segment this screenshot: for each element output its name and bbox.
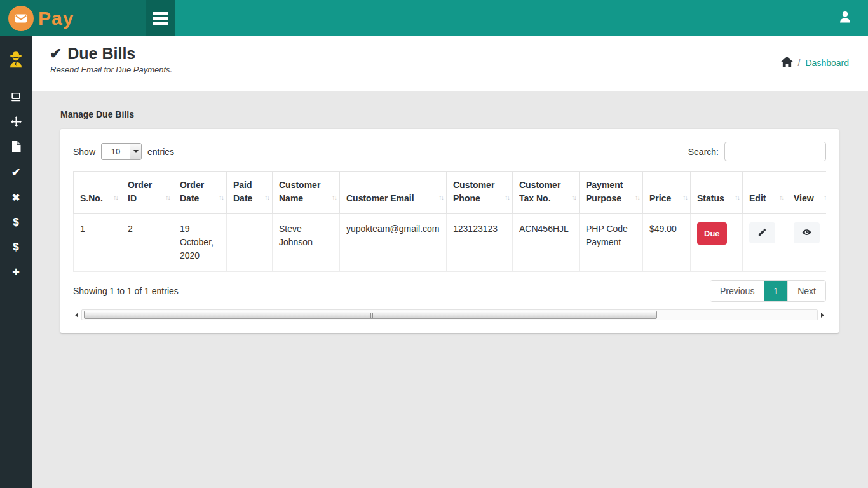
table-footer: Showing 1 to 1 of 1 entries Previous 1 N… [73, 280, 826, 302]
file-icon [11, 141, 21, 155]
entries-label: entries [147, 147, 174, 157]
dollar-icon: $ [13, 217, 18, 227]
user-menu-button[interactable] [837, 0, 868, 36]
times-icon: ✖ [12, 193, 20, 202]
page-header: ✔ Due Bills Resend Email for Due Payment… [32, 36, 868, 91]
app-header: Pay [0, 0, 868, 36]
column-header-customer-name[interactable]: Customer Name↑↓ [273, 172, 340, 214]
chevron-down-icon [133, 150, 139, 153]
sidebar-item-paid-bills[interactable]: ✔ [0, 160, 32, 185]
horizontal-scrollbar[interactable] [73, 309, 826, 320]
sidebar-item-due-bills[interactable]: ✖ [0, 185, 32, 210]
brand-name: Pay [38, 8, 74, 29]
sort-icon: ↑↓ [635, 191, 639, 204]
user-secret-icon [7, 51, 25, 71]
sort-icon: ↑↓ [165, 191, 170, 204]
cell-payment-purpose: PHP Code Payment [580, 214, 643, 272]
cell-price: $49.00 [643, 214, 691, 272]
breadcrumb-dashboard-link[interactable]: Dashboard [806, 58, 850, 68]
sort-icon: ↑↓ [735, 191, 739, 204]
cell-customer-name: Steve Johnson [273, 214, 340, 272]
column-header-view[interactable]: View↑↓ [787, 172, 827, 214]
entries-info: Showing 1 to 1 of 1 entries [73, 286, 179, 296]
sort-icon: ↑↓ [824, 191, 826, 204]
column-header-payment-purpose[interactable]: Payment Purpose↑↓ [580, 172, 643, 214]
page-length-value: 10 [102, 144, 130, 159]
search-label: Search: [688, 147, 719, 157]
page-subtitle: Resend Email for Due Payments. [50, 65, 868, 74]
sort-icon: ↑↓ [571, 191, 576, 204]
sort-icon: ↑↓ [113, 191, 118, 204]
content-body: Manage Due Bills Show 10 entries Search: [32, 91, 868, 333]
previous-page-button[interactable]: Previous [710, 281, 764, 301]
main-content: ✔ Due Bills Resend Email for Due Payment… [32, 0, 868, 333]
edit-button[interactable] [749, 222, 775, 243]
column-header-customer-email[interactable]: Customer Email↑↓ [340, 172, 447, 214]
sidebar-item-admin[interactable] [0, 36, 32, 86]
cell-customer-phone: 123123123 [447, 214, 513, 272]
sidebar-item-invoices[interactable] [0, 135, 32, 160]
sidebar-nav: ✔ ✖ $ $ + [0, 36, 32, 488]
column-header-order-id[interactable]: Order ID↑↓ [121, 172, 173, 214]
cell-customer-email: yupokteam@gmail.com [340, 214, 447, 272]
cell-status: Due [691, 214, 743, 272]
sort-icon: ↑↓ [779, 191, 783, 204]
cell-view [787, 214, 827, 272]
current-page-button[interactable]: 1 [764, 281, 787, 301]
sidebar-item-transactions[interactable] [0, 111, 32, 135]
search-input[interactable] [724, 142, 826, 161]
page-title: ✔ Due Bills [50, 44, 868, 63]
sort-icon: ↑↓ [505, 191, 509, 204]
plus-icon: + [12, 266, 20, 278]
column-header-paid-date[interactable]: Paid Date↑↓ [227, 172, 273, 214]
sidebar-item-currency[interactable]: $ [0, 234, 32, 259]
cell-order-id: 2 [121, 214, 173, 272]
home-icon [781, 57, 793, 69]
breadcrumb-separator: / [798, 58, 801, 68]
page-length-select[interactable]: 10 [101, 143, 142, 160]
sort-icon: ↑↓ [219, 191, 223, 204]
column-header-price[interactable]: Price↑↓ [643, 172, 691, 214]
column-header-edit[interactable]: Edit↑↓ [743, 172, 787, 214]
sidebar-item-dashboard[interactable] [0, 86, 32, 111]
scroll-left-arrow-icon[interactable] [75, 313, 78, 318]
hamburger-menu-button[interactable] [146, 0, 175, 36]
search-control: Search: [688, 142, 826, 161]
panel-heading: Manage Due Bills [60, 109, 868, 119]
table-controls: Show 10 entries Search: [73, 142, 826, 161]
envelope-icon [8, 6, 34, 31]
next-page-button[interactable]: Next [787, 281, 825, 301]
sort-icon: ↑↓ [332, 191, 336, 204]
scrollbar-track[interactable] [81, 309, 818, 320]
select-dropdown-button[interactable] [130, 144, 141, 159]
breadcrumb: / Dashboard [781, 57, 849, 69]
check-icon: ✔ [50, 45, 62, 62]
column-header-order-date[interactable]: Order Date↑↓ [173, 172, 227, 214]
show-label: Show [73, 147, 95, 157]
view-button[interactable] [794, 222, 820, 243]
scrollbar-thumb[interactable] [84, 311, 657, 319]
user-icon [837, 10, 853, 27]
home-link[interactable] [781, 57, 793, 69]
eye-icon [801, 227, 812, 239]
brand-logo[interactable]: Pay [0, 0, 146, 36]
status-badge[interactable]: Due [697, 222, 727, 245]
page-length-control: Show 10 entries [73, 143, 174, 160]
column-header-customer-tax-no[interactable]: Customer Tax No.↑↓ [513, 172, 580, 214]
sidebar-item-payments[interactable]: $ [0, 210, 32, 234]
check-icon: ✔ [11, 167, 20, 178]
table-row: 1 2 19 October, 2020 Steve Johnson yupok… [74, 214, 827, 272]
table-scroll-viewport: S.No.↑↓ Order ID↑↓ Order Date↑↓ Paid Dat… [73, 171, 826, 272]
pencil-icon [757, 227, 767, 239]
sort-icon: ↑↓ [264, 191, 269, 204]
cell-customer-tax-no: ACN456HJL [513, 214, 580, 272]
due-bills-card: Show 10 entries Search: [60, 129, 839, 333]
sort-icon: ↑↓ [438, 191, 443, 204]
laptop-icon [10, 91, 22, 106]
column-header-customer-phone[interactable]: Customer Phone↑↓ [447, 172, 513, 214]
due-bills-table: S.No.↑↓ Order ID↑↓ Order Date↑↓ Paid Dat… [73, 171, 826, 272]
scroll-right-arrow-icon[interactable] [821, 313, 824, 318]
column-header-sno[interactable]: S.No.↑↓ [74, 172, 121, 214]
sidebar-item-add-new[interactable]: + [0, 259, 32, 284]
column-header-status[interactable]: Status↑↓ [691, 172, 743, 214]
